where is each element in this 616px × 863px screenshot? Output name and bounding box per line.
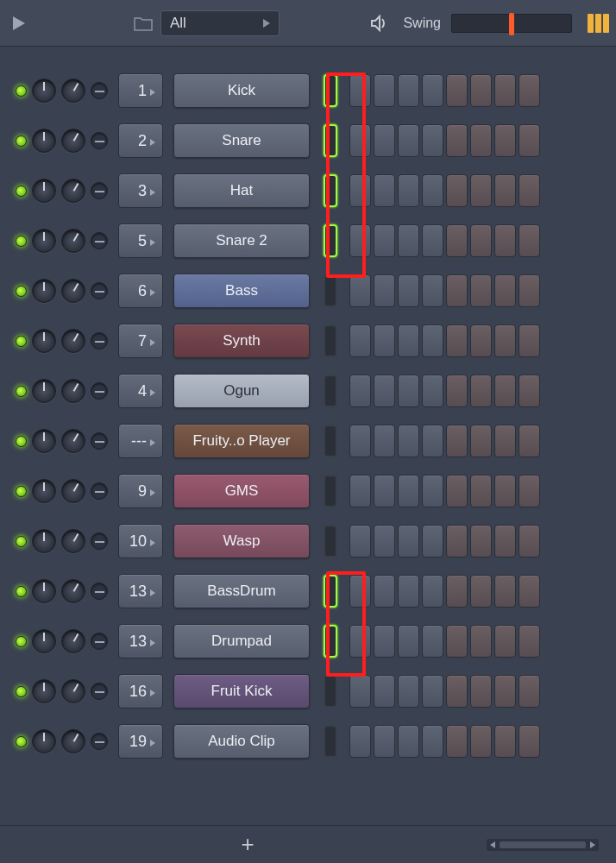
volume-knob[interactable]	[61, 229, 85, 253]
step-button[interactable]	[398, 375, 419, 407]
solo-button[interactable]	[91, 532, 108, 550]
mute-led[interactable]	[16, 736, 27, 747]
channel-button[interactable]: Audio Clip	[173, 724, 310, 759]
volume-knob[interactable]	[61, 379, 85, 403]
channel-selector[interactable]	[324, 525, 337, 557]
solo-button[interactable]	[91, 633, 108, 650]
step-button[interactable]	[374, 74, 395, 107]
channel-button[interactable]: Drumpad	[173, 624, 310, 658]
step-button[interactable]	[519, 375, 540, 407]
mixer-track-selector[interactable]: 10	[118, 524, 163, 558]
mixer-track-selector[interactable]: ---	[118, 424, 163, 458]
step-button[interactable]	[519, 174, 540, 207]
step-button[interactable]	[470, 475, 492, 507]
step-button[interactable]	[470, 224, 492, 257]
channel-button[interactable]: Bass	[173, 274, 310, 308]
pan-knob[interactable]	[32, 479, 56, 503]
pan-knob[interactable]	[32, 129, 56, 153]
step-button[interactable]	[422, 425, 443, 457]
step-button[interactable]	[446, 324, 468, 357]
mute-led[interactable]	[16, 336, 27, 347]
volume-knob[interactable]	[61, 79, 85, 103]
step-button[interactable]	[519, 675, 540, 708]
step-button[interactable]	[422, 174, 443, 207]
pan-knob[interactable]	[32, 229, 56, 253]
step-button[interactable]	[374, 375, 395, 407]
channel-selector[interactable]	[324, 74, 337, 107]
volume-knob[interactable]	[61, 529, 85, 553]
channel-button[interactable]: Hat	[173, 173, 310, 208]
step-button[interactable]	[374, 525, 395, 557]
volume-knob[interactable]	[61, 279, 85, 303]
step-button[interactable]	[349, 675, 371, 708]
scroll-left-icon[interactable]	[488, 841, 497, 849]
solo-button[interactable]	[91, 382, 108, 400]
step-button[interactable]	[470, 425, 492, 457]
step-button[interactable]	[422, 525, 443, 557]
step-button[interactable]	[470, 124, 492, 157]
mixer-track-selector[interactable]: 2	[118, 123, 163, 158]
mute-led[interactable]	[16, 386, 27, 397]
step-button[interactable]	[374, 425, 395, 457]
volume-knob[interactable]	[61, 129, 85, 153]
volume-knob[interactable]	[61, 479, 85, 503]
mute-led[interactable]	[16, 536, 27, 547]
channel-button[interactable]: Synth	[173, 324, 310, 358]
pan-knob[interactable]	[32, 729, 56, 753]
add-channel-button[interactable]: +	[235, 832, 261, 858]
mute-led[interactable]	[16, 636, 27, 647]
step-button[interactable]	[494, 675, 516, 708]
folder-icon[interactable]	[133, 13, 154, 34]
volume-knob[interactable]	[61, 629, 85, 653]
step-button[interactable]	[349, 525, 371, 557]
meter-icon[interactable]	[588, 14, 609, 33]
step-button[interactable]	[519, 124, 540, 157]
channel-selector[interactable]	[324, 375, 337, 407]
pan-knob[interactable]	[32, 679, 56, 703]
step-button[interactable]	[398, 425, 419, 457]
mixer-track-selector[interactable]: 19	[118, 724, 163, 759]
step-button[interactable]	[494, 525, 516, 557]
step-button[interactable]	[374, 625, 395, 658]
step-button[interactable]	[446, 675, 468, 708]
solo-button[interactable]	[91, 232, 108, 249]
step-button[interactable]	[494, 725, 516, 758]
mute-led[interactable]	[16, 135, 27, 147]
step-button[interactable]	[349, 74, 371, 107]
step-button[interactable]	[398, 224, 419, 257]
step-button[interactable]	[374, 575, 395, 608]
step-button[interactable]	[398, 324, 419, 357]
channel-button[interactable]: Ogun	[173, 374, 310, 408]
mixer-track-selector[interactable]: 5	[118, 224, 163, 258]
pan-knob[interactable]	[32, 629, 56, 653]
pan-knob[interactable]	[32, 279, 56, 303]
step-button[interactable]	[398, 475, 419, 507]
step-button[interactable]	[349, 425, 371, 457]
channel-button[interactable]: Fruit Kick	[173, 674, 310, 709]
solo-button[interactable]	[91, 733, 108, 750]
step-button[interactable]	[519, 425, 540, 457]
step-button[interactable]	[398, 625, 419, 658]
solo-button[interactable]	[91, 482, 108, 500]
step-button[interactable]	[422, 224, 443, 257]
channel-selector[interactable]	[324, 425, 337, 457]
mixer-track-selector[interactable]: 9	[118, 474, 163, 508]
mixer-track-selector[interactable]: 7	[118, 324, 163, 358]
step-button[interactable]	[494, 625, 516, 658]
step-button[interactable]	[422, 675, 443, 708]
mute-led[interactable]	[16, 586, 27, 597]
mute-led[interactable]	[16, 186, 27, 197]
channel-selector[interactable]	[324, 725, 337, 758]
step-button[interactable]	[349, 274, 371, 307]
step-button[interactable]	[398, 675, 419, 708]
pan-knob[interactable]	[32, 429, 56, 453]
step-button[interactable]	[374, 174, 395, 207]
swing-slider[interactable]	[451, 14, 572, 33]
step-button[interactable]	[494, 124, 516, 157]
step-button[interactable]	[519, 74, 540, 107]
step-button[interactable]	[519, 625, 540, 658]
step-button[interactable]	[422, 124, 443, 157]
volume-knob[interactable]	[61, 679, 85, 703]
step-button[interactable]	[374, 725, 395, 758]
step-button[interactable]	[470, 625, 492, 658]
